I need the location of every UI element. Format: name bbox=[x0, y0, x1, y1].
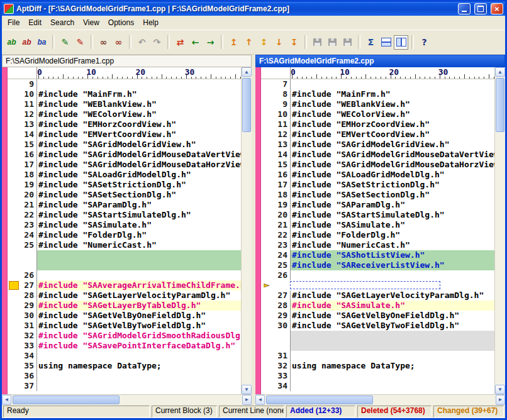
menu-edit[interactable]: Edit bbox=[24, 16, 46, 29]
code-text[interactable] bbox=[290, 331, 494, 341]
code-text[interactable]: #include "SAGetVelByOneFieldDlg.h" bbox=[290, 311, 494, 321]
code-text[interactable]: #include "SASetSectionDlg.h" bbox=[290, 190, 494, 200]
scroll-up-button[interactable]: ▲ bbox=[242, 67, 252, 77]
code-text[interactable] bbox=[36, 381, 241, 391]
code-text[interactable]: #include "SAGetVelByTwoFieldDlg.h" bbox=[36, 321, 241, 331]
code-text[interactable]: #include "SAParamDlg.h" bbox=[36, 200, 241, 210]
code-text[interactable] bbox=[36, 79, 241, 89]
code-text[interactable]: #include "MainFrm.h" bbox=[290, 89, 494, 99]
code-text[interactable]: #include "SAReceiverListView.h" bbox=[290, 260, 494, 270]
code-text[interactable]: #include "WEBlankView.h" bbox=[290, 99, 494, 109]
code-text[interactable] bbox=[290, 281, 440, 289]
menu-help[interactable]: Help bbox=[138, 16, 163, 29]
menu-view[interactable]: View bbox=[79, 16, 104, 29]
maximize-button[interactable] bbox=[474, 3, 487, 14]
horizontal-scroll-track[interactable] bbox=[11, 395, 242, 405]
code-text[interactable]: using namespace DataType; bbox=[36, 361, 241, 371]
code-text[interactable]: #include "FolderDlg.h" bbox=[290, 230, 494, 240]
code-text[interactable]: #include "WEColorView.h" bbox=[290, 109, 494, 119]
code-text[interactable]: #include "SAGridModelGridView.h" bbox=[290, 140, 494, 150]
code-text[interactable]: #include "FolderDlg.h" bbox=[36, 230, 241, 240]
code-text[interactable] bbox=[36, 371, 241, 381]
code-text[interactable] bbox=[36, 250, 241, 260]
code-text[interactable]: using namespace DataType; bbox=[290, 361, 494, 371]
scroll-down-button[interactable]: ▼ bbox=[242, 385, 252, 394]
menu-file[interactable]: File bbox=[3, 16, 24, 29]
code-text[interactable]: #include "EMHorzCoordView.h" bbox=[36, 119, 241, 130]
code-text[interactable]: #include "SAGridModelGridMouseDataVertVi… bbox=[290, 150, 494, 160]
vertical-scroll-thumb[interactable] bbox=[242, 78, 251, 132]
code-text[interactable]: #include "SAGridModelGridMouseDataVertVi… bbox=[36, 150, 241, 160]
menu-search[interactable]: Search bbox=[46, 16, 79, 29]
scroll-left-button[interactable]: ◄ bbox=[2, 395, 11, 405]
change-map-strip[interactable] bbox=[255, 67, 261, 394]
vertical-scrollbar[interactable]: ▲ ▼ bbox=[241, 67, 252, 394]
code-text[interactable]: #include "SAGetLayerVelocityParamDlg.h" bbox=[290, 290, 494, 301]
vertical-scroll-track[interactable] bbox=[242, 77, 252, 385]
menu-options[interactable]: Options bbox=[104, 16, 138, 29]
left-file-header[interactable]: F:\SAGridModelGridFrame1.cpp bbox=[2, 55, 252, 67]
code-text[interactable]: #include "EMHorzCoordView.h" bbox=[290, 119, 494, 130]
code-text[interactable]: #include "SASetStrictionDlg.h" bbox=[290, 180, 494, 190]
horizontal-scroll-thumb[interactable] bbox=[13, 395, 120, 404]
copy-to-right-icon[interactable]: → bbox=[203, 35, 218, 50]
code-text[interactable]: #include "NumericCast.h" bbox=[36, 240, 241, 250]
code-text[interactable] bbox=[290, 371, 494, 381]
horizontal-scrollbar[interactable]: ◄ ► bbox=[255, 394, 505, 405]
right-file-header[interactable]: F:\SAGridModelGridFrame2.cpp bbox=[255, 55, 505, 67]
compare-files-icon[interactable]: ab bbox=[4, 35, 19, 50]
horizontal-scroll-track[interactable] bbox=[265, 395, 496, 405]
find-icon[interactable]: ∞ bbox=[96, 35, 111, 50]
code-text[interactable]: #include "WEBlankView.h" bbox=[36, 99, 241, 109]
horizontal-scroll-thumb[interactable] bbox=[266, 395, 373, 404]
code-text[interactable]: #include "SAGridModelGridMouseDataHorzVi… bbox=[290, 160, 494, 170]
scroll-up-button[interactable]: ▲ bbox=[495, 67, 505, 77]
code-text[interactable]: #include "SALoadGridModelDlg.h" bbox=[290, 170, 494, 180]
code-text[interactable]: #include "NumericCast.h" bbox=[290, 240, 494, 250]
last-difference-icon[interactable]: ↧ bbox=[287, 35, 301, 50]
code-text[interactable] bbox=[290, 79, 494, 89]
code-text[interactable]: #include "SAShotListView.h" bbox=[290, 250, 494, 260]
scroll-left-button[interactable]: ◄ bbox=[255, 395, 265, 405]
save-left-icon[interactable] bbox=[310, 35, 325, 50]
statistics-icon[interactable]: Σ bbox=[364, 35, 378, 50]
scroll-right-button[interactable]: ► bbox=[496, 395, 505, 405]
help-icon[interactable]: ? bbox=[417, 35, 432, 50]
save-right-icon[interactable] bbox=[325, 35, 340, 50]
code-text[interactable]: #include "SAGetVelByOneFieldDlg.h" bbox=[36, 311, 241, 321]
code-text[interactable]: #include "SAGridModelGridMouseDataHorzVi… bbox=[36, 160, 241, 170]
next-difference-icon[interactable]: ↓ bbox=[272, 35, 286, 50]
first-difference-icon[interactable]: ↥ bbox=[226, 35, 241, 50]
code-text[interactable]: #include "SASimulate.h" bbox=[36, 220, 241, 230]
code-text[interactable]: #include "MainFrm.h" bbox=[36, 89, 241, 99]
compare-to-file-icon[interactable]: ab bbox=[20, 35, 34, 50]
copy-to-left-icon[interactable]: ← bbox=[188, 35, 203, 50]
scroll-down-button[interactable]: ▼ bbox=[495, 385, 505, 394]
close-button[interactable]: ✕ bbox=[491, 3, 503, 14]
code-text[interactable]: #include "SASetStrictionDlg.h" bbox=[36, 180, 241, 190]
undo-icon[interactable]: ↶ bbox=[135, 35, 149, 50]
swap-panes-icon[interactable]: ba bbox=[35, 35, 49, 50]
code-text[interactable] bbox=[290, 351, 494, 361]
code-text[interactable]: #include "EMVertCoordView.h" bbox=[290, 130, 494, 140]
layout-horizontal-icon[interactable] bbox=[379, 35, 393, 50]
code-text[interactable]: #include "SAGetLayerByTableDlg.h" bbox=[36, 301, 241, 311]
code-text[interactable]: #include "SASimulate.h" bbox=[290, 301, 494, 311]
scroll-right-button[interactable]: ► bbox=[242, 395, 252, 405]
code-text[interactable] bbox=[290, 270, 494, 280]
code-text[interactable]: #include "SAGetLayerVelocityParamDlg.h" bbox=[36, 290, 241, 301]
change-map-strip[interactable] bbox=[2, 67, 8, 394]
code-text[interactable]: #include "SASimulate.h" bbox=[290, 220, 494, 230]
code-text[interactable] bbox=[36, 260, 241, 270]
code-text[interactable]: #include "SAGetVelByTwoFieldDlg.h" bbox=[290, 321, 494, 331]
vertical-scroll-track[interactable] bbox=[495, 77, 505, 385]
code-text[interactable]: #include "SASetSectionDlg.h" bbox=[36, 190, 241, 200]
layout-vertical-icon[interactable] bbox=[394, 35, 408, 50]
code-text[interactable]: #include "EMVertCoordView.h" bbox=[36, 130, 241, 140]
title-bar[interactable]: AptDiff - [F:\SAGridModelGridFrame1.cpp … bbox=[2, 2, 505, 16]
vertical-scrollbar[interactable]: ▲ ▼ bbox=[494, 67, 505, 394]
code-text[interactable]: #include "SALoadGridModelDlg.h" bbox=[36, 170, 241, 180]
current-difference-icon[interactable]: ↕ bbox=[257, 35, 271, 50]
previous-difference-icon[interactable]: ↑ bbox=[242, 35, 256, 50]
code-text[interactable]: #include "SAParamDlg.h" bbox=[290, 200, 494, 210]
